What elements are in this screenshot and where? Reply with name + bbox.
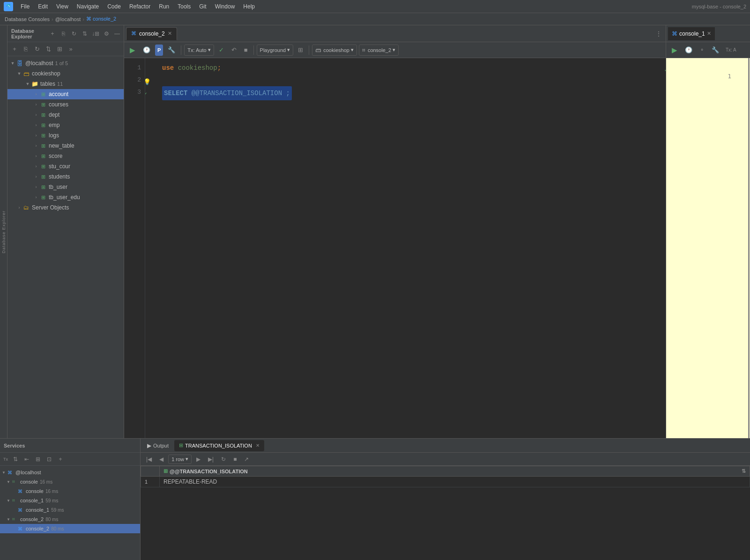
svc-console2[interactable]: ▼ ⌗ console_2 80 ms xyxy=(0,515,140,524)
tab-more-btn[interactable]: ⋮ xyxy=(653,29,664,39)
row-indicator-dropdown[interactable]: 1 row ▾ xyxy=(168,455,192,464)
wrench-btn[interactable]: 🔧 xyxy=(165,45,178,56)
db-dropdown-icon: 🗃 xyxy=(315,47,321,53)
svc-console1-child[interactable]: ⌘ console_1 59 ms xyxy=(0,505,140,515)
results-tab-transaction[interactable]: ⊞ TRANSACTION_ISOLATION ✕ xyxy=(174,440,264,451)
right-scrollbar[interactable] xyxy=(748,58,750,438)
tree-table-tb-user[interactable]: › ⊞ tb_user xyxy=(7,182,124,192)
tree-server-objects[interactable]: › 🗂 Server Objects xyxy=(7,202,124,213)
sidebar-collapse-btn[interactable]: ⇅ xyxy=(43,44,53,54)
sidebar-menu-btn[interactable]: ↓⊞ xyxy=(91,29,100,38)
tree-table-account[interactable]: › ⊞ account xyxy=(7,89,124,99)
tab-console2-close[interactable]: ✕ xyxy=(168,30,172,37)
svc-grid-btn[interactable]: ⊞ xyxy=(33,454,43,464)
sidebar-new-btn[interactable]: + xyxy=(9,44,20,54)
tree-table-students[interactable]: › ⊞ students xyxy=(7,172,124,182)
menu-navigate[interactable]: Navigate xyxy=(73,2,103,11)
menu-code[interactable]: Code xyxy=(104,2,125,11)
tree-table-emp[interactable]: › ⊞ emp xyxy=(7,120,124,130)
services-tree: ▼ ⌘ @localhost ▼ ⌗ console 16 ms ⌘ conso… xyxy=(0,466,140,560)
sidebar-filter-btn[interactable]: ⇅ xyxy=(80,29,89,38)
svc-console1[interactable]: ▼ ⌗ console_1 59 ms xyxy=(0,496,140,505)
tree-localhost[interactable]: ▼ 🗄 @localhost 1 of 5 xyxy=(7,58,124,68)
svc-collapse-btn[interactable]: ⇤ xyxy=(22,454,32,464)
right-wrench-btn[interactable]: 🔧 xyxy=(709,45,722,56)
tree-cookieshop[interactable]: ▼ 🗃 cookieshop xyxy=(7,68,124,79)
tree-table-tb-user-edu[interactable]: › ⊞ tb_user_edu xyxy=(7,192,124,202)
right-run-btn[interactable]: ▶ xyxy=(669,45,680,56)
svc-add-btn[interactable]: + xyxy=(55,454,66,464)
svc-console-child[interactable]: ⌘ console 16 ms xyxy=(0,486,140,496)
tree-table-courses[interactable]: › ⊞ courses xyxy=(7,99,124,110)
tree-table-logs[interactable]: › ⊞ logs xyxy=(7,130,124,141)
menu-file[interactable]: File xyxy=(17,2,33,11)
svc-localhost[interactable]: ▼ ⌘ @localhost xyxy=(0,468,140,477)
svc-label-localhost: @localhost xyxy=(15,470,41,475)
services-header: Services xyxy=(0,439,140,453)
db-dropdown[interactable]: 🗃 cookieshop ▾ xyxy=(312,45,357,56)
playground-dropdown[interactable]: Playground ▾ xyxy=(257,45,294,56)
undo-btn[interactable]: ↶ xyxy=(229,45,239,56)
sidebar-toolbar: + ⎘ ↻ ⇅ ⊞ » xyxy=(7,42,124,56)
transaction-tab-close[interactable]: ✕ xyxy=(256,443,260,448)
svc-console2-child[interactable]: ⌘ console_2 80 ms xyxy=(0,524,140,533)
tab-console2[interactable]: ⌘ console_2 ✕ xyxy=(126,27,177,40)
right-circle-btn[interactable]: ⚬ xyxy=(697,45,707,56)
svc-sort-btn[interactable]: ⇅ xyxy=(10,454,21,464)
run-btn[interactable]: ▶ xyxy=(127,45,138,56)
menu-refactor[interactable]: Refactor xyxy=(126,2,154,11)
right-history-btn[interactable]: 🕐 xyxy=(682,45,695,56)
stop-btn[interactable]: ■ xyxy=(241,45,251,56)
menu-tools[interactable]: Tools xyxy=(174,2,194,11)
results-tab-output[interactable]: ▶ Output xyxy=(142,440,173,451)
breadcrumb-console2[interactable]: ⌘ console_2 xyxy=(86,16,116,22)
playground-chevron: ▾ xyxy=(287,47,290,53)
export-btn[interactable]: ↗ xyxy=(241,454,252,464)
sidebar-copy-btn[interactable]: ⎘ xyxy=(59,29,68,38)
code-editor[interactable]: 1 2 3 ✓ use cookieshop; 💡 xyxy=(124,58,666,438)
tree-tables[interactable]: ▼ 📁 tables 11 xyxy=(7,79,124,89)
tree-table-stu-cour[interactable]: › ⊞ stu_cour xyxy=(7,161,124,172)
history-btn[interactable]: 🕐 xyxy=(140,45,153,56)
last-btn[interactable]: ▶| xyxy=(205,454,216,464)
menu-git[interactable]: Git xyxy=(195,2,210,11)
sidebar-add-btn[interactable]: + xyxy=(48,29,57,38)
menu-view[interactable]: View xyxy=(52,2,72,11)
sidebar-duplicate-btn[interactable]: ⎘ xyxy=(21,44,31,54)
tree-table-new-table[interactable]: › ⊞ new_table xyxy=(7,141,124,151)
sidebar-refresh2-btn[interactable]: ↻ xyxy=(32,44,42,54)
sidebar-close-btn[interactable]: — xyxy=(112,29,122,38)
next-btn[interactable]: ▶ xyxy=(193,454,203,464)
right-tab-console1[interactable]: ⌘ console_1 ✕ xyxy=(668,27,715,40)
sidebar-more-btn[interactable]: » xyxy=(66,44,76,54)
db-icon: 🗄 xyxy=(16,60,23,67)
right-tab-close[interactable]: ✕ xyxy=(707,30,711,37)
first-btn[interactable]: |◀ xyxy=(143,454,155,464)
menu-run[interactable]: Run xyxy=(155,2,173,11)
chevron-tb-user: › xyxy=(33,185,39,189)
col-header-transaction[interactable]: ⊞ @@TRANSACTION_ISOLATION ⇅ xyxy=(160,466,750,477)
check-btn[interactable]: ✓ xyxy=(216,45,227,56)
tree-table-score[interactable]: › ⊞ score xyxy=(7,151,124,161)
p-btn[interactable]: P xyxy=(155,45,163,56)
menu-help[interactable]: Help xyxy=(239,2,259,11)
sidebar-refresh-btn[interactable]: ↻ xyxy=(69,29,79,38)
breadcrumb-localhost[interactable]: @localhost xyxy=(55,16,81,22)
menu-edit[interactable]: Edit xyxy=(34,2,52,11)
refresh-results-btn[interactable]: ↻ xyxy=(218,454,229,464)
tree-table-dept[interactable]: › ⊞ dept xyxy=(7,110,124,120)
sidebar-settings-btn[interactable]: ⚙ xyxy=(102,29,111,38)
svc-console[interactable]: ▼ ⌗ console 16 ms xyxy=(0,477,140,486)
svc-chevron-console2: ▼ xyxy=(7,517,12,522)
menu-window[interactable]: Window xyxy=(211,2,239,11)
col-sort-icon[interactable]: ⇅ xyxy=(742,468,746,474)
console-dropdown[interactable]: ⌗ console_2 ▾ xyxy=(359,45,399,56)
stop-results-btn[interactable]: ■ xyxy=(230,454,239,464)
tx-dropdown[interactable]: Tx: Auto ▾ xyxy=(184,45,214,56)
prev-btn[interactable]: ◀ xyxy=(156,454,166,464)
breadcrumb-db-consoles[interactable]: Database Consoles xyxy=(5,16,50,22)
grid-btn[interactable]: ⊞ xyxy=(295,45,306,56)
sidebar-table-view-btn[interactable]: ⊞ xyxy=(54,44,65,54)
svc-filter-btn[interactable]: ⊡ xyxy=(44,454,54,464)
code-content[interactable]: ✓ use cookieshop; 💡 ✓ xyxy=(145,58,666,438)
